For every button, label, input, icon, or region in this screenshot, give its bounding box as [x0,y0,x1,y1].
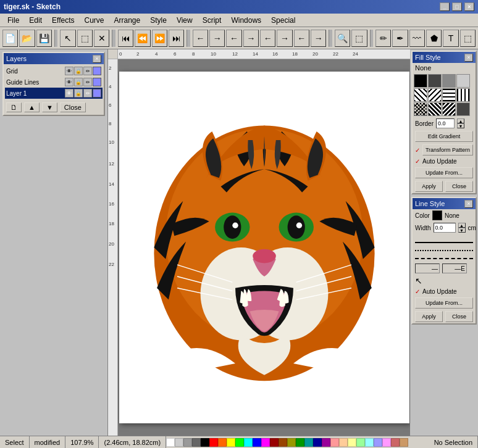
fill-border-up[interactable]: ▲ [457,118,464,123]
pen-tool[interactable]: ✒ [392,30,408,47]
canvas-white[interactable] [119,72,409,423]
palette-red[interactable] [209,438,218,447]
fill-border-spin[interactable]: ▲ ▼ [457,118,464,128]
layers-down-button[interactable]: ▼ [42,102,57,112]
fill-swatch-denser[interactable] [428,102,442,116]
nav-btn-8[interactable]: → [311,30,326,47]
palette-dred[interactable] [270,438,279,447]
palette-olive[interactable] [287,438,296,447]
shape-tool[interactable]: ⬟ [426,30,442,47]
fill-swatch-dgray[interactable] [428,74,442,88]
titlebar-controls[interactable]: _ □ × [440,2,474,11]
palette-purple[interactable] [322,438,330,447]
line-close-button[interactable]: Close [445,311,473,322]
fill-style-close-icon[interactable]: × [464,54,473,62]
last-button[interactable]: ⏭ [169,30,184,47]
palette-teal[interactable] [304,438,313,447]
nav-btn-7[interactable]: ← [294,30,309,47]
fill-swatch-hatch1[interactable] [414,88,427,102]
line-arrow-start[interactable]: — [415,263,440,273]
save-button[interactable]: 💾 [36,30,52,47]
nav-btn-5[interactable]: ← [260,30,275,47]
extra-tool[interactable]: ⬚ [460,30,476,47]
first-button[interactable]: ⏮ [118,30,133,47]
fill-transform-button[interactable]: Transform Pattern [422,144,473,156]
menu-view[interactable]: View [172,15,198,26]
layers-close-button[interactable]: × [93,55,101,63]
delete-button[interactable]: ✕ [94,30,109,47]
line-sample-solid[interactable] [415,237,473,243]
line-width-down[interactable]: ▼ [458,228,466,233]
layer-color-grid[interactable] [93,67,101,75]
menu-windows[interactable]: Windows [226,15,266,26]
layer-eye-guidelines[interactable]: 👁 [65,78,73,86]
layer-eye-grid[interactable]: 👁 [65,67,73,75]
palette-cyan[interactable] [244,438,253,447]
palette-green[interactable] [235,438,244,447]
layer-color-guidelines[interactable] [93,78,101,86]
fill-close-button[interactable]: Close [445,181,473,192]
close-button[interactable]: × [464,2,474,11]
palette-gray[interactable] [183,438,192,447]
line-style-close-icon[interactable]: × [464,200,473,208]
menu-curve[interactable]: Curve [80,15,109,26]
fill-swatch-black[interactable] [414,74,427,88]
fill-border-down[interactable]: ▼ [457,123,464,128]
menu-file[interactable]: File [2,15,24,26]
layer-eye-1[interactable]: 👁 [65,89,73,97]
line-color-box[interactable] [432,210,442,220]
layer-edit-grid[interactable]: ✏ [83,67,92,75]
layer-lock-1[interactable]: 🔒 [74,89,83,97]
fill-swatch-lgray[interactable] [456,74,470,88]
line-width-spin[interactable]: ▲ ▼ [458,223,466,233]
menu-script[interactable]: Script [198,15,227,26]
layers-up-button[interactable]: ▲ [24,102,40,112]
palette-magenta[interactable] [261,438,270,447]
palette-peach[interactable] [339,438,348,447]
layer-lock-grid[interactable]: 🔒 [74,67,83,75]
palette-lgreen[interactable] [356,438,365,447]
palette-pink[interactable] [330,438,339,447]
palette-mbrown[interactable] [400,438,408,447]
text-tool[interactable]: T [443,30,458,47]
select-tool[interactable]: ↖ [60,30,75,47]
fill-swatch-hatch4[interactable] [456,88,470,102]
canvas[interactable] [118,59,410,436]
fill-updatefrom-button[interactable]: Update From... [415,167,473,178]
line-width-up[interactable]: ▲ [458,223,466,228]
fill-border-input[interactable] [436,118,455,128]
fill-swatch-dense3[interactable] [456,102,470,116]
next-button[interactable]: ⏩ [152,30,167,47]
fill-swatch-cross[interactable] [414,102,427,116]
layers-new-button[interactable]: 🗋 [6,102,22,112]
nav-btn-6[interactable]: → [277,30,292,47]
palette-lpink[interactable] [382,438,391,447]
palette-orange[interactable] [218,438,227,447]
menu-style[interactable]: Style [145,15,172,26]
palette-dblue[interactable] [313,438,322,447]
layer-row-1[interactable]: Layer 1 👁 🔒 ✏ [5,88,103,99]
layer-lock-guidelines[interactable]: 🔒 [74,78,83,86]
nav-btn-1[interactable]: ← [193,30,208,47]
line-arrow-end[interactable]: —E [442,263,467,273]
palette-dbrown[interactable] [279,438,287,447]
line-sample-dotted[interactable] [415,245,473,251]
fill-swatch-gray[interactable] [442,74,456,88]
menu-edit[interactable]: Edit [24,15,47,26]
palette-blue[interactable] [253,438,261,447]
minimize-button[interactable]: _ [440,2,450,11]
open-button[interactable]: 📂 [19,30,35,47]
layer-color-1[interactable] [93,89,101,97]
line-sample-dashed[interactable] [415,253,473,259]
line-updatefrom-button[interactable]: Update From... [415,297,473,309]
palette-yellow[interactable] [227,438,235,447]
palette-mred[interactable] [391,438,400,447]
palette-lblue[interactable] [374,438,382,447]
nav-btn-2[interactable]: → [209,30,225,47]
zoom-tool[interactable]: 🔍 [335,30,350,47]
layer-row-guidelines[interactable]: Guide Lines 👁 🔒 ✏ [5,77,103,88]
rect-select-tool[interactable]: ⬚ [77,30,93,47]
prev-button[interactable]: ⏪ [135,30,150,47]
fill-apply-button[interactable]: Apply [415,181,443,192]
menu-arrange[interactable]: Arrange [109,15,146,26]
